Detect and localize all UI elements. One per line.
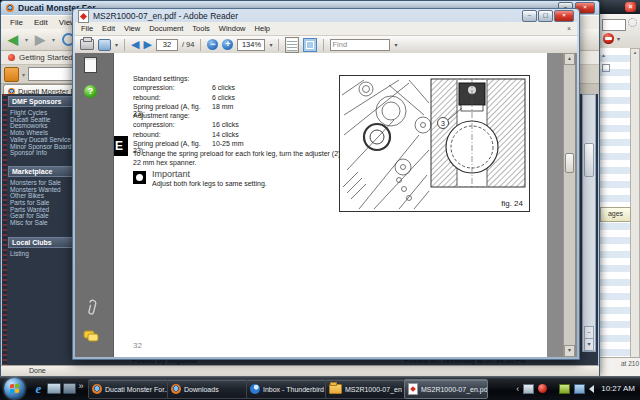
taskbar-button-downloads[interactable]: Downloads: [167, 379, 251, 399]
table-row: rebound: 14 clicks: [133, 131, 373, 140]
setting-value: 14 clicks: [212, 131, 239, 140]
status-text: Done: [29, 367, 46, 374]
tray-app-icon[interactable]: [523, 384, 534, 394]
start-button[interactable]: [4, 378, 25, 399]
setting-value: 18 mm: [212, 103, 233, 112]
chevron-down-icon[interactable]: ▾: [22, 71, 25, 78]
paragraph: To change the spring preload for each fo…: [133, 149, 367, 168]
maximize-button[interactable]: ▢: [538, 10, 553, 22]
show-desktop-quicklaunch[interactable]: [46, 381, 62, 396]
tray-update-icon[interactable]: [559, 384, 570, 394]
comments-icon[interactable]: [83, 330, 100, 343]
right-window-toolbar: ▾: [599, 14, 640, 49]
scrolling-mode-button[interactable]: [285, 37, 299, 53]
tray-red-icon[interactable]: [538, 384, 547, 393]
taskbar-button-ducati-forum[interactable]: Ducati Monster For..: [88, 379, 172, 399]
adblock-icon[interactable]: [603, 33, 614, 44]
find-dropdown-icon[interactable]: ▾: [394, 41, 397, 48]
show-desktop-icon: [47, 383, 61, 394]
ie-quicklaunch[interactable]: e: [31, 381, 46, 396]
next-page-button[interactable]: ▶: [143, 39, 151, 50]
menu-item[interactable]: File: [10, 18, 23, 27]
close-button[interactable]: ×: [554, 10, 574, 22]
right-window-scrollbar[interactable]: ▴: [630, 48, 640, 360]
reader-window-title: MS2R1000-07_en.pdf - Adobe Reader: [93, 11, 238, 21]
export-dropdown-icon[interactable]: ▾: [115, 41, 118, 48]
tray-collapse-icon[interactable]: ‹: [516, 384, 519, 394]
grid-icon[interactable]: [602, 64, 610, 72]
firefox-icon: [171, 384, 181, 394]
menu-item[interactable]: Help: [255, 24, 270, 33]
zoom-dropdown-icon[interactable]: ▾: [269, 41, 272, 48]
scroll-up-icon[interactable]: ▴: [634, 49, 637, 55]
back-dropdown-icon[interactable]: ▾: [25, 36, 28, 43]
document-scrollbar-thumb[interactable]: [565, 153, 574, 173]
zoom-out-button[interactable]: −: [207, 39, 218, 50]
minimize-button[interactable]: –: [522, 10, 537, 22]
gear-icon[interactable]: [628, 18, 637, 27]
separator: [124, 39, 125, 51]
taskbar-button-pdf-active[interactable]: MS2R1000-07_en.pd..: [404, 379, 488, 399]
bookmark-getting-started[interactable]: Getting Started: [19, 53, 73, 62]
find-input[interactable]: Find: [330, 39, 390, 51]
forward-dropdown-icon[interactable]: ▾: [52, 36, 55, 43]
chevron-down-icon[interactable]: ▾: [617, 35, 620, 42]
menu-item[interactable]: Window: [219, 24, 246, 33]
attachments-icon[interactable]: [85, 299, 98, 317]
figure-callout: 3: [441, 120, 445, 127]
export-button[interactable]: [98, 39, 111, 51]
help-icon[interactable]: ?: [84, 85, 97, 98]
reader-titlebar[interactable]: MS2R1000-07_en.pdf - Adobe Reader – ▢ ×: [73, 9, 579, 22]
previous-page-button[interactable]: ◀: [131, 39, 139, 50]
figure-label: fig. 24: [501, 199, 523, 208]
setting-label: Standard settings:: [133, 75, 212, 84]
zoom-in-button[interactable]: +: [222, 39, 233, 50]
menu-item[interactable]: Tools: [192, 24, 210, 33]
background-right-window: × ▾ ▴ ▴ ages at 210: [598, 0, 640, 377]
menubar-close-icon[interactable]: ×: [567, 25, 571, 32]
fit-page-icon: [306, 41, 314, 49]
window-switcher-quicklaunch[interactable]: [62, 381, 77, 396]
menu-item[interactable]: Document: [149, 24, 183, 33]
page-total-label: / 94: [182, 40, 195, 49]
taskbar-button-folder[interactable]: MS2R1000-07_en: [325, 379, 409, 399]
zoom-level-input[interactable]: 134%: [237, 39, 265, 51]
site-icon[interactable]: [4, 67, 19, 82]
taskbar-button-thunderbird[interactable]: Inbox - Thunderbird: [246, 379, 330, 399]
window-switcher-icon: [63, 383, 76, 394]
page-number-input[interactable]: 32: [156, 39, 178, 51]
scroll-up-icon[interactable]: ▴: [564, 53, 575, 65]
menu-item[interactable]: View: [124, 24, 140, 33]
print-button[interactable]: [80, 39, 94, 50]
scroll-down-icon[interactable]: ▾: [564, 345, 575, 357]
section-tab: E: [114, 136, 128, 156]
setting-value: 6 clicks: [212, 94, 235, 103]
table-row: Adjustment range:: [133, 112, 373, 121]
forum-scrollbar-thumb[interactable]: [584, 143, 594, 177]
table-row: Standard settings:: [133, 75, 373, 84]
close-icon[interactable]: ×: [625, 2, 636, 12]
reader-body: ? E Standard settings:: [75, 53, 577, 357]
setting-label: Adjustment range:: [133, 112, 212, 121]
menu-item[interactable]: Edit: [102, 24, 115, 33]
sort-up-icon[interactable]: ▴: [602, 51, 605, 58]
table-row: Spring preload (A, fig. 23): 10-25 mm: [133, 140, 373, 149]
scroll-down-icon[interactable]: ▾: [584, 338, 594, 351]
forward-button[interactable]: ▶: [35, 33, 45, 46]
fit-page-button[interactable]: [303, 38, 317, 52]
taskbar-button-label: Ducati Monster For..: [105, 386, 168, 393]
quicklaunch-overflow[interactable]: »: [76, 378, 86, 393]
menu-item[interactable]: Edit: [34, 18, 48, 27]
important-icon: [133, 171, 146, 184]
volume-icon[interactable]: [589, 385, 594, 393]
page-thumbnails-icon[interactable]: [84, 57, 97, 73]
clock[interactable]: 10:27 AM: [601, 384, 635, 393]
network-icon[interactable]: [574, 384, 585, 394]
pages-button-fragment[interactable]: ages: [600, 207, 631, 222]
document-scrollbar[interactable]: ▴ ▾: [563, 53, 575, 357]
forum-scrollbar[interactable]: − ▾: [582, 94, 596, 352]
back-button[interactable]: ◀: [8, 33, 18, 46]
right-window-field[interactable]: [602, 19, 626, 31]
menu-item[interactable]: File: [81, 24, 93, 33]
ie-icon: e: [36, 381, 42, 397]
